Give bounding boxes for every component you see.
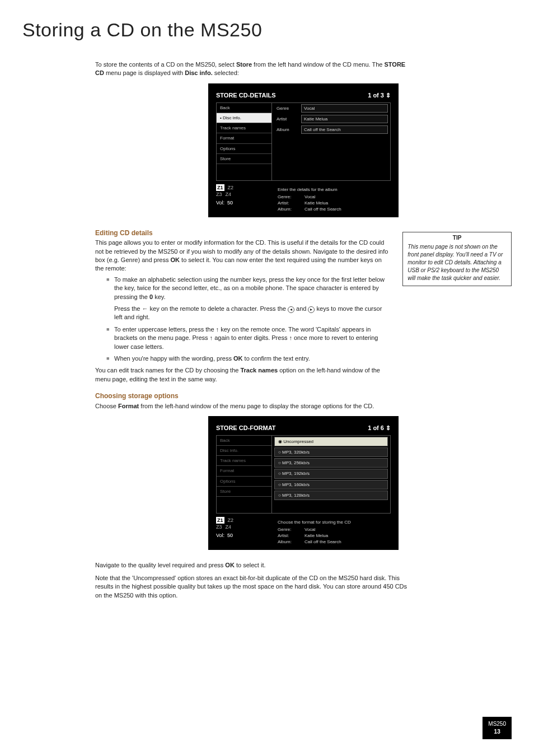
tip-body: This menu page is not shown on the front… <box>407 244 503 281</box>
menu-item-disc-info[interactable]: Disc info. <box>217 446 271 456</box>
page-title: Storing a CD on the MS250 <box>22 17 512 44</box>
zone-z3: Z3 <box>216 191 222 198</box>
text: menu page is displayed with <box>104 69 185 76</box>
menu-item-store[interactable]: Store <box>217 154 271 164</box>
menu-item-back[interactable]: Back <box>217 103 271 113</box>
text-bold: Disc info. <box>185 69 213 76</box>
field-label-genre: Genre <box>274 104 299 113</box>
format-option-mp3-320[interactable]: ○ MP3, 320kb/s <box>274 447 388 457</box>
text: To store the contents of a CD on the MS2… <box>95 61 236 68</box>
format-option-mp3-128[interactable]: ○ MP3, 128kb/s <box>274 491 388 500</box>
text: selected: <box>213 69 239 76</box>
format-option-uncompressed[interactable]: ◉ Uncompressed <box>274 437 388 446</box>
menu-item-track-names[interactable]: Track names <box>217 456 271 466</box>
help-text: Enter the details for the album <box>278 184 391 194</box>
zone-indicators-2: Z3 Z4 <box>216 524 272 531</box>
section-heading-editing: Editing CD details <box>95 228 391 238</box>
zone-z3: Z3 <box>216 524 222 531</box>
text-bold: Store <box>236 61 252 68</box>
body-text: Navigate to the quality level required a… <box>95 561 409 570</box>
screen-heading: STORE CD-FORMAT <box>216 424 276 432</box>
zone-z1: Z1 <box>216 517 224 524</box>
zone-z4: Z4 <box>226 191 232 198</box>
volume-display: Vol: 50 <box>216 532 272 539</box>
footer-meta: Genre:Vocal Artist:Katie Melua Album:Cal… <box>278 194 391 213</box>
menu-item-track-names[interactable]: Track names <box>217 123 271 133</box>
zone-indicators: Z1 Z2 <box>216 184 272 192</box>
screen-left-menu: Back Disc info. Track names Format Optio… <box>216 435 272 514</box>
screen-heading: STORE CD-DETAILS <box>216 91 276 100</box>
zone-indicators: Z1 Z2 <box>216 517 272 524</box>
body-text: Note that the 'Uncompressed' option stor… <box>95 574 409 600</box>
menu-item-format[interactable]: Format <box>217 133 271 143</box>
intro-paragraph: To store the contents of a CD on the MS2… <box>95 60 409 78</box>
body-text: This page allows you to enter or modify … <box>95 239 391 273</box>
zone-z2: Z2 <box>228 184 234 192</box>
field-value-artist[interactable]: Katie Melua <box>301 115 388 123</box>
menu-item-options[interactable]: Options <box>217 477 271 487</box>
field-value-genre[interactable]: Vocal <box>301 104 388 113</box>
right-arrow-icon: ▸ <box>308 306 315 313</box>
section-heading-storage: Choosing storage options <box>95 391 409 401</box>
device-screenshot-format: STORE CD-FORMAT 1 of 6 ⇕ Back Disc info.… <box>208 416 399 549</box>
body-text: You can edit track names for the CD by c… <box>95 366 391 384</box>
bullet-list: To make an alphabetic selection using th… <box>95 276 391 363</box>
format-option-mp3-192[interactable]: ○ MP3, 192kb/s <box>274 469 388 478</box>
menu-item-back[interactable]: Back <box>217 436 271 446</box>
list-item: When you're happy with the wording, pres… <box>95 354 391 363</box>
body-text: Press the ← key on the remote to delete … <box>114 305 391 322</box>
field-label-album: Album <box>274 125 299 134</box>
format-option-mp3-256[interactable]: ○ MP3, 256kb/s <box>274 458 388 468</box>
menu-item-disc-info[interactable]: • Disc info. <box>217 113 271 123</box>
list-item: To enter uppercase letters, press the ↑ … <box>95 325 391 351</box>
left-arrow-icon: ◂ <box>288 306 294 313</box>
volume-display: Vol: 50 <box>216 199 272 207</box>
help-text: Choose the format for storing the CD <box>278 517 391 526</box>
text: from the left hand window of the CD menu… <box>252 61 384 68</box>
menu-item-format[interactable]: Format <box>217 466 271 476</box>
menu-item-options[interactable]: Options <box>217 144 271 154</box>
field-value-album[interactable]: Call off the Search <box>301 125 388 134</box>
zone-z4: Z4 <box>226 524 232 531</box>
zone-indicators-2: Z3 Z4 <box>216 191 272 198</box>
screen-left-menu: Back • Disc info. Track names Format Opt… <box>216 102 272 181</box>
list-item: To make an alphabetic selection using th… <box>95 276 391 322</box>
screen-counter: 1 of 6 ⇕ <box>368 424 391 432</box>
screen-right-pane: ◉ Uncompressed ○ MP3, 320kb/s ○ MP3, 256… <box>272 435 391 514</box>
device-screenshot-details: STORE CD-DETAILS 1 of 3 ⇕ Back • Disc in… <box>208 83 399 217</box>
format-option-mp3-160[interactable]: ○ MP3, 160kb/s <box>274 480 388 489</box>
tip-box: TIP This menu page is not shown on the f… <box>402 232 512 286</box>
body-text: Choose Format from the left-hand window … <box>95 402 409 410</box>
tip-heading: TIP <box>407 234 507 242</box>
footer-meta: Genre:Vocal Artist:Katie Melua Album:Cal… <box>278 526 391 545</box>
field-label-artist: Artist <box>274 115 299 123</box>
zone-z1: Z1 <box>216 184 224 192</box>
screen-right-pane: GenreVocal ArtistKatie Melua AlbumCall o… <box>272 102 391 181</box>
menu-item-store[interactable]: Store <box>217 487 271 497</box>
screen-counter: 1 of 3 ⇕ <box>368 91 391 100</box>
zone-z2: Z2 <box>228 517 234 524</box>
